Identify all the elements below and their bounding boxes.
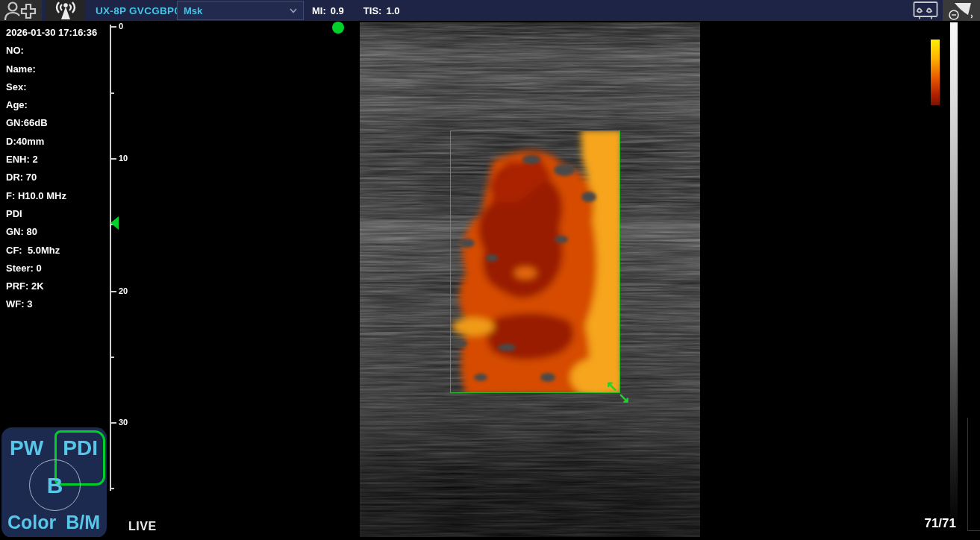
ruler-tick-35 <box>110 488 114 489</box>
ruler-line <box>110 25 111 491</box>
ruler-tick-30 <box>110 422 116 424</box>
antenna-icon <box>49 1 82 20</box>
color-doppler-roi[interactable] <box>450 131 620 393</box>
live-status-label: LIVE <box>128 520 157 533</box>
info-field-cf: CF: 5.0Mhz <box>6 245 109 263</box>
bottom-edge <box>0 537 980 540</box>
info-field-sex: Sex: <box>6 81 109 99</box>
ruler-tick-0 <box>110 26 116 28</box>
roi-resize-arrow-out[interactable]: ↘ <box>618 391 630 405</box>
info-field-wf: WF: 3 <box>6 298 109 316</box>
info-field-name: Name: <box>6 63 109 81</box>
info-field-dr: DR: 70 <box>6 172 109 189</box>
tis-value: 1.0 <box>386 5 399 16</box>
info-field-steer: Steer: 0 <box>6 263 109 280</box>
info-field-freq: F: H10.0 MHz <box>6 190 109 208</box>
frame-counter: 71/71 <box>889 516 956 531</box>
info-field-enh: ENH: 2 <box>6 154 109 172</box>
grayscale-bar <box>950 22 958 532</box>
ruler-label-20: 20 <box>119 286 128 295</box>
doppler-flow-map <box>450 131 620 393</box>
info-field-mode: PDI <box>6 208 109 226</box>
focus-position-marker[interactable] <box>110 216 119 230</box>
mi-value: 0.9 <box>331 5 344 16</box>
person-plus-icon <box>3 1 39 20</box>
info-field-prf: PRF: 2K <box>6 280 109 298</box>
tis-label: TIS: <box>363 5 382 16</box>
datetime-label: 2026-01-30 17:16:36 <box>6 27 109 45</box>
mode-button-pw[interactable]: PW <box>10 436 43 460</box>
ruler-label-10: 10 <box>119 154 128 163</box>
probe-menu-button[interactable] <box>943 0 980 21</box>
dual-view-button[interactable] <box>908 0 943 21</box>
info-field-cgain: GN: 80 <box>6 226 109 244</box>
preset-selected-value: Msk <box>184 5 290 16</box>
preset-dropdown[interactable]: Msk <box>177 1 304 20</box>
orientation-marker-dot <box>332 22 344 34</box>
ruler-label-0: 0 <box>119 22 123 31</box>
doppler-color-scale-bar <box>931 40 940 105</box>
mode-selector-panel: PW PDI B Color B/M <box>1 427 107 538</box>
ruler-tick-10 <box>110 158 116 160</box>
dual-image-icon <box>913 1 938 20</box>
info-field-age: Age: <box>6 99 109 117</box>
probe-sector-icon <box>946 0 977 21</box>
mode-button-color[interactable]: Color <box>7 512 56 533</box>
top-toolbar: UX-8P GVCGBP005 Msk MI: 0.9 TIS: 1.0 <box>0 0 980 21</box>
roi-resize-arrow-in[interactable]: ↖ <box>606 379 618 393</box>
mi-label: MI: <box>312 5 326 16</box>
ruler-tick-20 <box>110 291 116 292</box>
info-field-gain: GN:66dB <box>6 117 109 135</box>
display-frame-edge <box>967 418 968 531</box>
info-field-no: NO: <box>6 45 109 63</box>
display-frame-edge <box>967 530 980 531</box>
add-patient-button[interactable] <box>0 0 42 21</box>
ruler-label-30: 30 <box>119 418 128 427</box>
info-field-depth: D:40mm <box>6 136 109 154</box>
probe-connect-button[interactable] <box>46 0 85 21</box>
mode-button-b-label: B <box>47 473 63 498</box>
acoustic-output-readout: MI: 0.9 TIS: 1.0 <box>312 0 400 21</box>
mode-button-b[interactable]: B <box>29 459 81 511</box>
topbar-right-tools <box>908 0 980 21</box>
chevron-down-icon <box>290 8 297 13</box>
ruler-tick-5 <box>110 92 114 94</box>
ruler-tick-25 <box>110 357 114 358</box>
exam-info-panel: 2026-01-30 17:16:36 NO: Name: Sex: Age: … <box>6 27 109 317</box>
ultrasound-app-screen: UX-8P GVCGBP005 Msk MI: 0.9 TIS: 1.0 <box>0 0 980 540</box>
mode-button-bm[interactable]: B/M <box>66 512 100 533</box>
mode-button-pdi[interactable]: PDI <box>63 436 98 460</box>
